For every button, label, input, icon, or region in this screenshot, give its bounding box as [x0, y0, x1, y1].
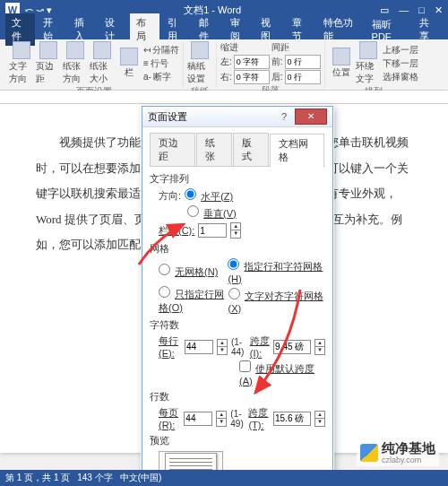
breaks-button[interactable]: ↤ 分隔符 — [143, 44, 179, 56]
tab-paper[interactable]: 纸张 — [196, 133, 232, 166]
radio-no-grid[interactable]: 无网格(N) — [159, 264, 224, 279]
bring-forward-button[interactable]: 上移一层 — [383, 44, 418, 56]
margins-button[interactable]: 页边距 — [36, 41, 61, 85]
manuscript-button[interactable]: 稿纸设置 — [187, 41, 212, 85]
indent-left-input[interactable] — [234, 55, 270, 69]
spacing-before-input[interactable] — [285, 55, 321, 69]
wrap-text-button[interactable]: 环绕文字 — [356, 41, 381, 85]
send-backward-button[interactable]: 下移一层 — [383, 57, 418, 70]
radio-horizontal[interactable]: 水平(Z) — [185, 188, 233, 204]
dialog-title: 页面设置 — [148, 110, 275, 124]
indent-label: 缩进 — [220, 41, 270, 54]
hyphenation-button[interactable]: a- 断字 — [143, 71, 179, 83]
minimize-icon[interactable]: ▭ — [380, 4, 389, 15]
status-language[interactable]: 中文(中国) — [120, 472, 162, 484]
size-button[interactable]: 纸张大小 — [90, 41, 115, 85]
ribbon-tabs: 文件 开始 插入 设计 布局 引用 邮件 审阅 视图 章节 特色功能 福昕PDF… — [0, 20, 448, 39]
lines-per-page-input[interactable] — [184, 412, 212, 426]
spacing-after-input[interactable] — [285, 70, 321, 84]
dialog-help-icon[interactable]: ? — [275, 111, 293, 122]
line-numbers-button[interactable]: ≡ 行号 — [143, 57, 179, 70]
status-wordcount[interactable]: 143 个字 — [77, 472, 112, 484]
char-pitch-spinner[interactable]: ▲▼ — [314, 339, 325, 355]
selection-pane-button[interactable]: 选择窗格 — [383, 71, 418, 83]
statusbar: 第 1 页，共 1 页 143 个字 中文(中国) — [0, 470, 448, 486]
grid-label: 网格 — [150, 242, 325, 256]
tab-pdf[interactable]: 福昕PDF — [366, 15, 412, 45]
lines-label: 行数 — [150, 390, 325, 404]
tab-layout[interactable]: 版式 — [233, 133, 269, 166]
chars-per-line-input[interactable] — [185, 340, 213, 354]
tab-document-grid[interactable]: 文档网格 — [270, 134, 324, 167]
text-direction-button[interactable]: 文字方向 — [9, 41, 34, 85]
maximize-icon[interactable]: — — [399, 4, 409, 15]
orientation-button[interactable]: 纸张方向 — [63, 41, 88, 85]
columns-spinner[interactable]: ▲▼ — [230, 222, 241, 239]
radio-char-align-grid[interactable]: 文字对齐字符网格(X) — [228, 288, 325, 314]
watermark-logo-icon — [360, 444, 378, 462]
lines-spinner[interactable]: ▲▼ — [216, 411, 227, 427]
char-pitch-input[interactable] — [273, 340, 311, 354]
indent-right-input[interactable] — [234, 70, 270, 84]
columns-input[interactable] — [198, 223, 227, 238]
position-button[interactable]: 位置 — [329, 48, 354, 79]
line-pitch-input[interactable] — [273, 412, 311, 426]
chars-spinner[interactable]: ▲▼ — [217, 339, 228, 355]
line-pitch-spinner[interactable]: ▲▼ — [314, 411, 325, 427]
page-setup-dialog: 页面设置 ? ✕ 页边距 纸张 版式 文档网格 文字排列 方向: 水平(Z) 垂… — [142, 106, 333, 486]
spacing-label: 间距 — [271, 41, 321, 54]
radio-vertical[interactable]: 垂直(V) — [187, 205, 237, 221]
use-default-pitch-checkbox[interactable]: 使用默认跨度(A) — [239, 360, 325, 386]
chars-label: 字符数 — [150, 318, 325, 332]
status-page[interactable]: 第 1 页，共 1 页 — [5, 472, 70, 484]
radio-line-char-grid[interactable]: 指定行和字符网格(H) — [228, 258, 325, 284]
ruler[interactable] — [0, 91, 448, 104]
ribbon: 文字方向 页边距 纸张方向 纸张大小 栏 ↤ 分隔符 ≡ 行号 a- 断字 页面… — [0, 39, 448, 91]
watermark: 纯净基地 czlaby.com — [357, 438, 439, 466]
tab-margins[interactable]: 页边距 — [150, 133, 195, 166]
radio-line-grid[interactable]: 只指定行网格(O) — [159, 286, 225, 315]
columns-button[interactable]: 栏 — [116, 48, 142, 79]
preview-label: 预览 — [150, 434, 325, 447]
text-direction-label: 文字排列 — [150, 172, 325, 186]
dialog-close-button[interactable]: ✕ — [295, 108, 327, 125]
